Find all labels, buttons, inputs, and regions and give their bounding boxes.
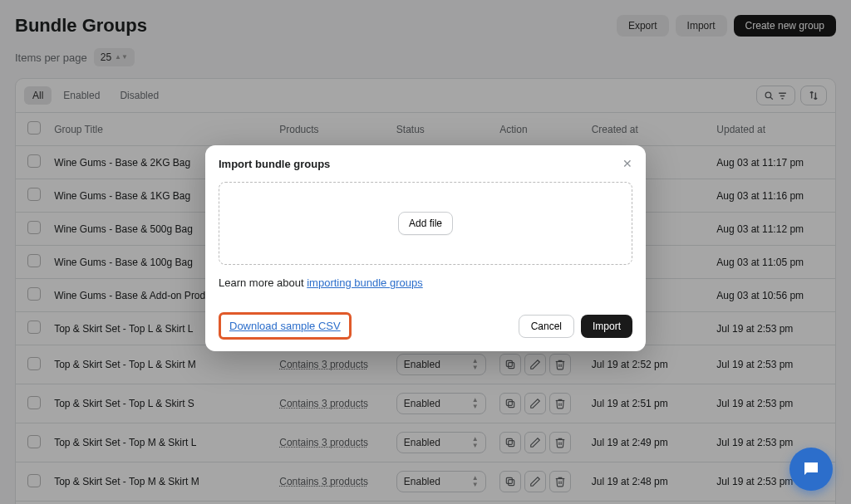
- download-sample-highlight: Download sample CSV: [219, 312, 352, 340]
- close-icon[interactable]: ✕: [622, 157, 632, 170]
- modal-body: Add file Learn more about importing bund…: [205, 182, 646, 301]
- modal-footer-actions: Cancel Import: [519, 315, 632, 338]
- chat-icon: [801, 459, 821, 479]
- modal-import-button[interactable]: Import: [581, 315, 632, 338]
- file-dropzone[interactable]: Add file: [219, 182, 632, 265]
- learn-more-text: Learn more about importing bundle groups: [219, 276, 632, 289]
- learn-more-link[interactable]: importing bundle groups: [307, 276, 422, 289]
- chat-fab[interactable]: [790, 448, 833, 491]
- modal-title: Import bundle groups: [219, 158, 330, 170]
- modal-header: Import bundle groups ✕: [205, 145, 646, 182]
- cancel-button[interactable]: Cancel: [519, 315, 574, 338]
- import-modal: Import bundle groups ✕ Add file Learn mo…: [205, 145, 646, 351]
- download-sample-csv-link[interactable]: Download sample CSV: [229, 320, 341, 332]
- modal-footer: Download sample CSV Cancel Import: [205, 301, 646, 351]
- add-file-button[interactable]: Add file: [398, 212, 453, 235]
